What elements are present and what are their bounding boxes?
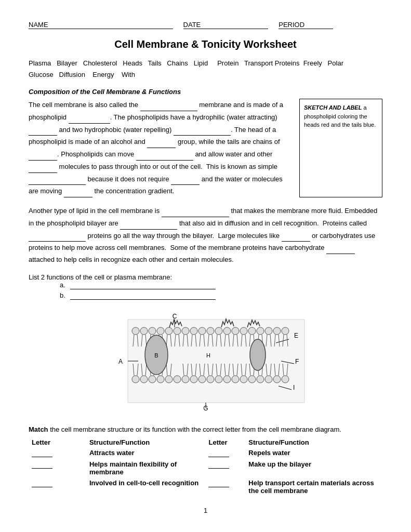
svg-point-123	[273, 376, 281, 383]
svg-point-109	[157, 376, 164, 383]
sf-1b: Repels water	[248, 449, 290, 457]
sf-3a: Involved in cell-to-cell recognition	[89, 479, 198, 487]
svg-point-128	[250, 339, 266, 370]
svg-point-115	[207, 376, 214, 383]
match-row-1: Attracts water Repels water	[29, 447, 382, 459]
match-blank-3b[interactable]	[208, 479, 229, 487]
list-section: List 2 functions of the cell or plasma m…	[29, 273, 382, 300]
svg-text:A: A	[118, 358, 123, 365]
svg-text:B: B	[154, 352, 158, 358]
svg-point-29	[265, 327, 272, 335]
svg-point-19	[182, 327, 189, 335]
col-letter-header: Letter	[29, 437, 69, 447]
svg-text:C: C	[172, 313, 177, 320]
svg-point-30	[273, 327, 281, 335]
svg-point-25	[232, 327, 239, 335]
svg-point-118	[232, 376, 239, 383]
page-title: Cell Membrane & Tonicity Worksheet	[29, 38, 382, 50]
svg-text:H: H	[206, 352, 210, 358]
svg-text:F: F	[295, 358, 299, 365]
sf-2b: Make up the bilayer	[248, 460, 311, 468]
match-section: Match the cell membrane structure or its…	[29, 425, 382, 496]
cell-membrane-diagram: C E F I A G	[97, 309, 315, 413]
svg-point-121	[257, 376, 264, 383]
list-item-a: a.	[60, 281, 382, 289]
svg-text:I: I	[293, 384, 295, 391]
date-label: DATE	[183, 21, 269, 29]
svg-point-31	[282, 327, 289, 335]
page-number: 1	[29, 507, 382, 514]
col-letter2-header: Letter	[205, 437, 245, 447]
match-bold: Match	[29, 425, 48, 433]
svg-point-124	[282, 376, 289, 383]
svg-point-117	[223, 376, 231, 383]
svg-point-20	[190, 327, 197, 335]
word-bank: Plasma Bilayer Cholesterol Heads Tails C…	[29, 58, 382, 81]
svg-point-23	[215, 327, 222, 335]
svg-point-111	[174, 376, 181, 383]
sketch-box: SKETCH AND LABEL a phospholipid coloring…	[299, 99, 382, 197]
svg-point-110	[165, 376, 173, 383]
svg-point-108	[149, 376, 156, 383]
composition-text: The cell membrane is also called the mem…	[29, 99, 293, 197]
svg-point-106	[132, 376, 139, 383]
svg-point-18	[174, 327, 181, 335]
lipid-section: Another type of lipid in the cell membra…	[29, 205, 382, 266]
match-table: Letter Structure/Function Letter Structu…	[29, 437, 382, 496]
col-sf2-header: Structure/Function	[245, 437, 382, 447]
match-row-3: Involved in cell-to-cell recognition Hel…	[29, 477, 382, 496]
svg-point-17	[165, 327, 173, 335]
svg-point-14	[140, 327, 148, 335]
svg-point-24	[223, 327, 231, 335]
svg-point-15	[149, 327, 156, 335]
svg-point-28	[257, 327, 264, 335]
svg-point-13	[132, 327, 139, 335]
match-row-2: Helps maintain flexibility of membrane M…	[29, 459, 382, 477]
svg-point-114	[198, 376, 206, 383]
composition-section: Composition of the Cell Membrane & Funct…	[29, 88, 382, 197]
svg-point-122	[265, 376, 272, 383]
col-sf-header: Structure/Function	[69, 437, 206, 447]
sf-1a: Attracts water	[89, 449, 135, 457]
svg-point-107	[140, 376, 148, 383]
match-blank-2a[interactable]	[32, 460, 52, 469]
svg-point-22	[207, 327, 214, 335]
sf-2a: Helps maintain flexibility of membrane	[89, 460, 177, 476]
svg-point-27	[248, 327, 256, 335]
svg-point-16	[157, 327, 164, 335]
match-intro: Match the cell membrane structure or its…	[29, 425, 382, 433]
name-label: NAME	[29, 21, 173, 29]
svg-text:E: E	[294, 332, 298, 339]
svg-point-119	[240, 376, 247, 383]
match-blank-2b[interactable]	[208, 460, 229, 469]
match-blank-1b[interactable]	[208, 449, 229, 457]
list-item-b: b.	[60, 291, 382, 300]
svg-point-21	[198, 327, 206, 335]
match-rest: the cell membrane structure or its funct…	[48, 425, 341, 433]
diagram-area: C E F I A G	[29, 309, 382, 413]
svg-point-120	[248, 376, 256, 383]
match-blank-1a[interactable]	[32, 449, 52, 457]
sf-3b: Help transport certain materials across …	[248, 479, 374, 495]
header-fields: NAME DATE PERIOD	[29, 21, 382, 29]
svg-point-112	[182, 376, 189, 383]
svg-point-113	[190, 376, 197, 383]
svg-point-26	[240, 327, 247, 335]
svg-point-116	[215, 376, 222, 383]
period-label: PERIOD	[279, 21, 333, 29]
section-title: Composition of the Cell Membrane & Funct…	[29, 88, 382, 96]
list-intro: List 2 functions of the cell or plasma m…	[29, 273, 382, 281]
match-blank-3a[interactable]	[32, 479, 52, 487]
